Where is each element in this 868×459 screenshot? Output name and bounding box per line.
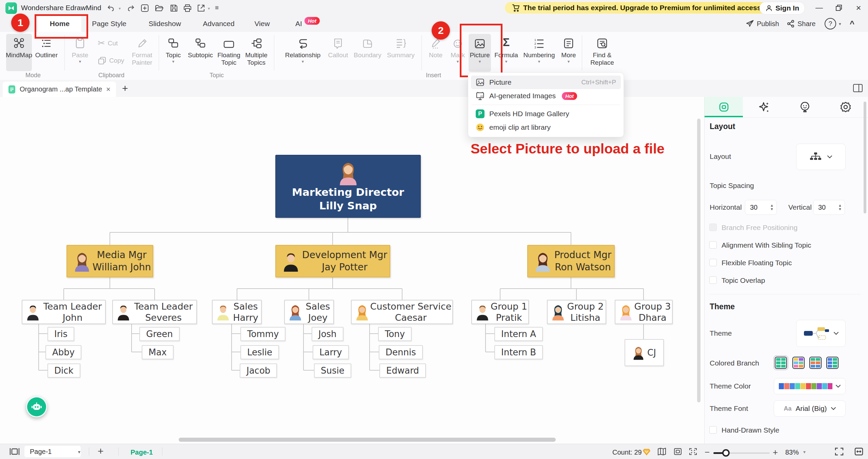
panel-tab-mark[interactable] [786,97,824,117]
colored-branch-option-1[interactable] [775,357,787,369]
close-button[interactable]: × [854,3,863,13]
checkbox-flexible-floating[interactable] [709,259,717,266]
org-leaf[interactable]: Edward [379,363,426,378]
org-node-group2-litisha[interactable]: Group 2Litisha [547,300,606,324]
sign-in-button[interactable]: Sign In [760,2,805,15]
floating-topic-button[interactable]: FloatingTopic [216,34,241,73]
page-selector-caret-icon[interactable]: ▾ [78,449,80,455]
tab-ai[interactable]: AI [290,16,307,32]
undo-caret-icon[interactable]: ▾ [119,6,121,11]
stepper-arrows-icon[interactable]: ▲▼ [838,204,842,211]
restore-button[interactable] [834,3,844,13]
checkbox-hand-drawn-style[interactable] [709,426,717,434]
open-folder-icon[interactable] [155,4,163,13]
org-node-group3-dhara[interactable]: Group 3Dhara [615,300,673,324]
tab-slideshow[interactable]: Slideshow [145,16,184,32]
org-leaf[interactable]: Green [139,327,180,341]
colored-branch-option-4[interactable] [826,357,839,369]
menu-item-pexels-gallery[interactable]: P Pexels HD Image Gallery [471,107,621,121]
share-button[interactable]: Share [787,16,815,32]
cut-button[interactable]: ✂ Cut [98,38,118,48]
mindmap-button[interactable]: MindMap [6,34,32,71]
publish-button[interactable]: Publish [746,16,779,32]
paste-button[interactable]: Paste ▾ [69,34,91,73]
relationship-button[interactable]: Relationship ▾ [281,34,324,73]
menu-item-emoji-library[interactable]: emoji clip art library [471,121,621,134]
panel-toggle-icon[interactable] [853,84,863,92]
save-icon[interactable] [170,4,178,13]
help-button[interactable]: ? ▾ [825,16,841,32]
theme-color-dropdown[interactable] [774,378,846,394]
add-page-button[interactable]: + [98,445,104,457]
org-node-development-mgr[interactable]: Development MgrJay Potter [275,245,390,277]
theme-font-dropdown[interactable]: Aa Arial (Big) [774,400,846,417]
redo-icon[interactable] [126,4,135,13]
menu-item-ai-generated-images[interactable]: AI AI-generated Images Hot [471,89,621,103]
org-node-sales-joey[interactable]: SalesJoey [284,300,334,324]
split-view-icon[interactable] [854,447,863,456]
horizontal-spacing-stepper[interactable]: 30 ▲▼ [745,200,777,215]
org-leaf[interactable]: Intern A [494,327,543,341]
org-node-product-mgr[interactable]: Product MgrRon Watson [527,245,615,277]
theme-dropdown[interactable] [796,320,846,347]
new-file-icon[interactable] [140,4,149,13]
zoom-slider-knob[interactable] [722,449,730,457]
export-caret-icon[interactable]: ▾ [208,6,210,11]
org-leaf[interactable]: Larry [313,345,349,359]
org-leaf[interactable]: Josh [312,327,343,341]
document-tab[interactable]: Organogram ...ap Template × [3,82,116,97]
zoom-out-button[interactable]: − [705,447,710,458]
more-button[interactable]: More ▾ [559,34,578,73]
map-view-icon[interactable] [657,448,666,455]
vertical-spacing-stepper[interactable]: 30 ▲▼ [813,200,845,215]
assistant-bot-button[interactable] [26,396,47,417]
org-leaf[interactable]: Tony [378,327,412,341]
panel-scrollbar[interactable] [864,102,866,213]
org-node-customer-service-caesar[interactable]: Customer ServiceCaesar [351,300,453,324]
checkbox-topic-overlap[interactable] [709,276,717,284]
colored-branch-option-3[interactable] [809,357,822,369]
org-root-node[interactable]: Marketing Director Lilly Snap [275,155,421,218]
document-tab-close-icon[interactable]: × [106,85,111,94]
outliner-button[interactable]: Outliner [33,34,60,71]
find-replace-button[interactable]: Find &Replace [587,34,617,73]
org-leaf[interactable]: Susie [314,363,351,378]
new-document-tab-button[interactable]: + [122,83,128,94]
page-selector[interactable]: Page-1 [24,446,81,457]
customize-toolbar-icon[interactable]: ≡ [215,4,219,12]
note-button[interactable]: Note [425,34,446,73]
org-leaf[interactable]: Iris [47,327,74,341]
checkbox-alignment-sibling[interactable] [709,241,717,249]
minimize-button[interactable]: — [814,3,824,13]
fullscreen-icon[interactable] [835,447,844,456]
print-icon[interactable] [183,4,192,13]
layout-dropdown[interactable] [796,144,846,170]
tab-view[interactable]: View [252,16,273,32]
org-leaf[interactable]: Intern B [494,345,543,359]
fit-topic-icon[interactable] [674,448,682,455]
panel-tab-ai[interactable] [745,97,783,117]
gem-icon[interactable] [643,448,650,456]
org-leaf-cj[interactable]: CJ [625,339,664,366]
menu-item-picture[interactable]: Picture Ctrl+Shift+P [471,76,621,89]
zoom-level[interactable]: 83% [785,448,799,456]
numbering-button[interactable]: 123 Numbering ▾ [522,34,556,73]
org-node-group1-pratik[interactable]: Group 1Pratik [471,300,529,324]
active-page-tab[interactable]: Page-1 [131,448,153,456]
copy-button[interactable]: Copy [98,56,124,65]
format-painter-button[interactable]: FormatPainter [129,34,155,73]
zoom-caret-icon[interactable]: ▾ [803,449,806,455]
org-node-sales-harry[interactable]: SalesHarry [212,300,262,324]
org-node-media-mgr[interactable]: Media MgrWilliam John [66,245,153,277]
horizontal-scrollbar[interactable] [179,438,556,442]
panel-tab-style[interactable] [705,97,743,117]
summary-button[interactable]: Summary [385,34,416,73]
callout-button[interactable]: Callout [326,34,350,73]
org-leaf[interactable]: Dennis [379,345,423,359]
org-leaf[interactable]: Leslie [240,345,279,359]
zoom-in-button[interactable]: + [773,447,778,458]
topic-button[interactable]: Topic ▾ [163,34,183,73]
vertical-scrollbar[interactable] [697,119,701,402]
tab-page-style[interactable]: Page Style [89,16,130,32]
trial-banner[interactable]: The trial period has expired. Upgrade to… [505,2,770,14]
